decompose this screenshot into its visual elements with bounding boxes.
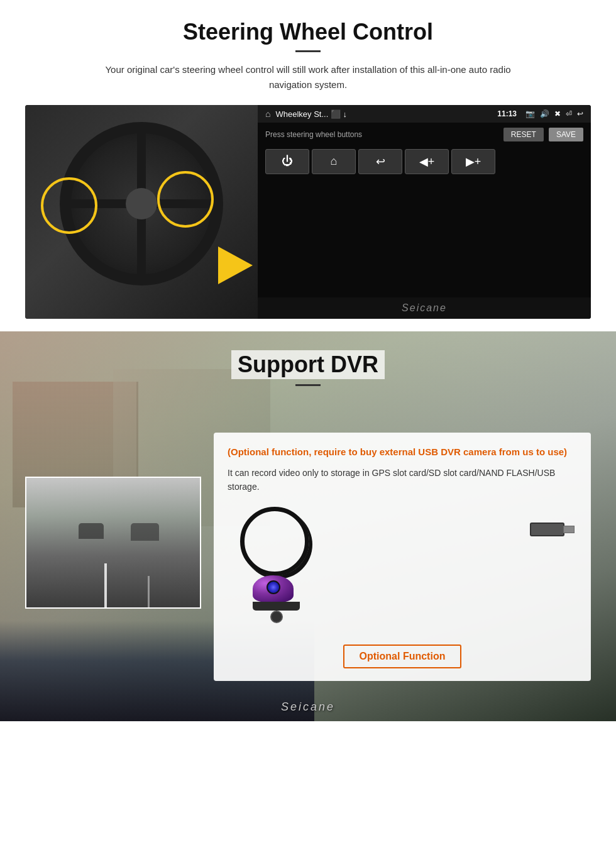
power-button[interactable]: ⏻ <box>265 149 309 174</box>
optional-function-button[interactable]: Optional Function <box>343 645 462 668</box>
dvr-camera-feed <box>26 478 200 607</box>
vol-up-button[interactable]: ▶+ <box>451 149 495 174</box>
optional-function-container: Optional Function <box>228 639 577 668</box>
home-icon: ⌂ <box>265 109 270 119</box>
screen-statusbar: ⌂ Wheelkey St... ⬛ ↓ 11:13 📷 🔊 ✖ ⏎ ↩ <box>258 105 591 123</box>
dvr-camera-illustration <box>228 504 577 629</box>
camera-mount <box>270 611 283 623</box>
dvr-content: Support DVR <box>0 331 616 706</box>
screen-watermark: Seicane <box>258 297 591 319</box>
usb-connector-body <box>530 523 564 536</box>
highlight-circle-right <box>157 171 214 228</box>
camera-dome-body <box>253 575 294 602</box>
press-label: Press steering wheel buttons <box>265 130 498 139</box>
dvr-info-card: (Optional function, require to buy exter… <box>214 433 591 681</box>
road-center-line <box>104 563 107 607</box>
screen-time: 11:13 <box>497 109 517 118</box>
dvr-title: Support DVR <box>231 350 385 379</box>
cable-coil-ring <box>240 507 309 576</box>
screen-controls: Press steering wheel buttons RESET SAVE <box>258 123 591 147</box>
title-divider-steering <box>295 50 321 52</box>
save-button[interactable]: SAVE <box>549 128 583 141</box>
camera-bg <box>26 478 200 607</box>
dvr-section: Support DVR <box>0 331 616 721</box>
usb-end <box>530 523 564 536</box>
camera-lens <box>267 580 280 594</box>
vol-down-button[interactable]: ◀+ <box>405 149 449 174</box>
cable-coil <box>240 507 309 576</box>
steering-image-container: ⌂ Wheelkey St... ⬛ ↓ 11:13 📷 🔊 ✖ ⏎ ↩ Pre… <box>25 105 591 319</box>
back-button[interactable]: ↩ <box>358 149 402 174</box>
steering-photo <box>25 105 258 319</box>
reset-button[interactable]: RESET <box>503 128 544 141</box>
usb-prong <box>563 526 575 533</box>
steering-subtitle: Your original car's steering wheel contr… <box>88 62 528 92</box>
dvr-description: It can record video only to storage in G… <box>228 466 577 494</box>
sw-center <box>126 188 157 219</box>
screen-app-title: Wheelkey St... ⬛ ↓ <box>275 109 492 119</box>
dome-camera <box>253 575 300 623</box>
car-silhouette <box>79 523 104 539</box>
road-line-right <box>148 576 150 607</box>
dvr-optional-text: (Optional function, require to buy exter… <box>228 445 577 460</box>
car-silhouette-2 <box>131 523 159 541</box>
dvr-watermark: Seicane <box>0 700 616 714</box>
steering-section: Steering Wheel Control Your original car… <box>0 0 616 331</box>
steering-title: Steering Wheel Control <box>25 19 591 45</box>
camera-base <box>253 602 300 611</box>
home-button[interactable]: ⌂ <box>312 149 356 174</box>
dvr-title-block: Support DVR <box>25 350 591 386</box>
dvr-title-divider <box>295 384 321 386</box>
arrow-icon <box>218 246 253 284</box>
screen-button-grid: ⏻ ⌂ ↩ ◀+ ▶+ <box>258 147 591 177</box>
dvr-main-row: (Optional function, require to buy exter… <box>25 401 591 681</box>
steering-screen: ⌂ Wheelkey St... ⬛ ↓ 11:13 📷 🔊 ✖ ⏎ ↩ Pre… <box>258 105 591 319</box>
dvr-camera-thumbnail <box>25 477 201 609</box>
highlight-circle-left <box>41 177 97 234</box>
